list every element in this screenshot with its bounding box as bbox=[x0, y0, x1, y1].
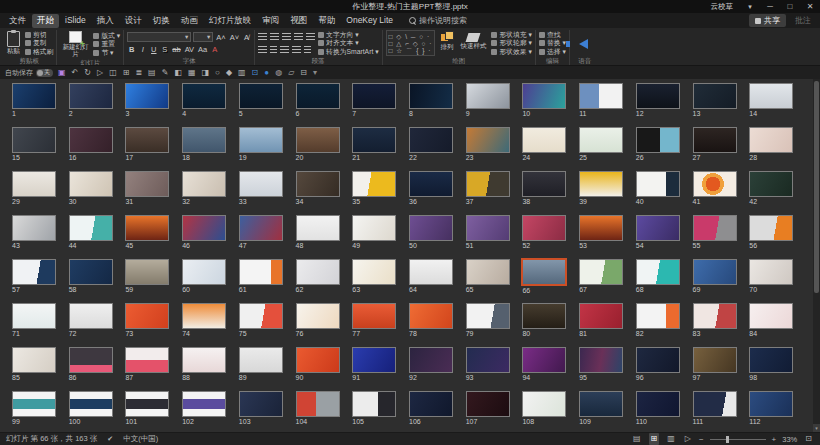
slide-thumbnail[interactable] bbox=[182, 303, 226, 329]
line-spacing-icon[interactable] bbox=[306, 33, 315, 40]
qat-icon[interactable]: ▱ bbox=[288, 66, 294, 80]
redo-icon[interactable]: ↻ bbox=[84, 66, 91, 80]
slide-thumbnail[interactable] bbox=[296, 259, 340, 285]
slide-thumbnail[interactable] bbox=[636, 259, 680, 285]
qat-icon[interactable]: ⊡ bbox=[252, 66, 259, 80]
slide-thumbnail[interactable] bbox=[182, 347, 226, 373]
slide-thumbnail[interactable] bbox=[522, 83, 566, 109]
slide-thumbnail[interactable] bbox=[693, 215, 737, 241]
slide-thumbnail[interactable] bbox=[409, 303, 453, 329]
slide-thumbnail[interactable] bbox=[69, 391, 113, 417]
slide-thumbnail[interactable] bbox=[521, 258, 567, 286]
slide-thumbnail[interactable] bbox=[12, 259, 56, 285]
paste-button[interactable]: 粘贴 bbox=[5, 30, 22, 56]
change-case-button[interactable]: Aa bbox=[197, 44, 208, 54]
qat-icon[interactable]: ◧ bbox=[174, 66, 182, 80]
slide-thumbnail[interactable] bbox=[125, 171, 169, 197]
slideshow-view-icon[interactable]: ▷ bbox=[683, 433, 693, 445]
slide-thumbnail[interactable] bbox=[296, 83, 340, 109]
shrink-font-button[interactable]: A˅ bbox=[229, 32, 240, 42]
ribbon-tab[interactable]: OneKey Lite bbox=[341, 14, 398, 28]
ribbon-tab[interactable]: 切换 bbox=[148, 14, 175, 28]
qat-icon[interactable]: ▥ bbox=[238, 66, 246, 80]
slide-thumbnail[interactable] bbox=[125, 347, 169, 373]
slide-thumbnail[interactable] bbox=[749, 127, 793, 153]
slide-thumbnail[interactable] bbox=[749, 259, 793, 285]
cut-button[interactable]: 剪切 bbox=[25, 31, 53, 39]
slide-thumbnail[interactable] bbox=[409, 259, 453, 285]
convert-smartart-button[interactable]: 转换为SmartArt ▾ bbox=[318, 48, 379, 56]
slide-thumbnail[interactable] bbox=[466, 171, 510, 197]
slide-thumbnail[interactable] bbox=[749, 171, 793, 197]
section-button[interactable]: 节 ▾ bbox=[93, 49, 120, 57]
comments-button[interactable]: 批注 bbox=[790, 14, 816, 27]
ribbon-tab[interactable]: 开始 bbox=[32, 14, 59, 28]
align-right-icon[interactable] bbox=[280, 46, 289, 53]
slide-thumbnail[interactable] bbox=[182, 171, 226, 197]
ribbon-tab[interactable]: 视图 bbox=[285, 14, 312, 28]
autosave-toggle[interactable]: 自动保存 关 bbox=[5, 68, 53, 78]
slide-thumbnail[interactable] bbox=[579, 215, 623, 241]
align-center-icon[interactable] bbox=[270, 46, 277, 53]
ribbon-tab[interactable]: 幻灯片放映 bbox=[204, 14, 257, 28]
slide-thumbnail[interactable] bbox=[409, 215, 453, 241]
slide-thumbnail[interactable] bbox=[636, 83, 680, 109]
qat-icon[interactable]: ◍ bbox=[275, 66, 282, 80]
ribbon-tab[interactable]: 审阅 bbox=[257, 14, 284, 28]
slide-thumbnail[interactable] bbox=[125, 127, 169, 153]
slide-thumbnail[interactable] bbox=[466, 127, 510, 153]
grow-font-button[interactable]: A˄ bbox=[215, 32, 226, 42]
slide-thumbnail[interactable] bbox=[466, 303, 510, 329]
zoom-in-button[interactable]: + bbox=[772, 435, 777, 444]
fit-to-window-icon[interactable]: ⊡ bbox=[803, 433, 814, 445]
new-slide-button[interactable]: 新建幻灯片 bbox=[60, 30, 90, 58]
slide-thumbnail[interactable] bbox=[352, 83, 396, 109]
slide-thumbnail[interactable] bbox=[69, 215, 113, 241]
qat-icon[interactable]: ◨ bbox=[201, 66, 209, 80]
qat-icon[interactable]: ● bbox=[264, 66, 269, 80]
strikethrough-button[interactable]: ab bbox=[171, 44, 181, 54]
quick-styles-button[interactable]: 快速样式 bbox=[458, 30, 488, 56]
slide-thumbnail[interactable] bbox=[125, 391, 169, 417]
font-name-combobox[interactable]: ▾ bbox=[127, 32, 191, 42]
close-button[interactable]: ✕ bbox=[800, 0, 820, 13]
qat-icon[interactable]: ○ bbox=[215, 66, 220, 80]
maximize-button[interactable]: □ bbox=[780, 0, 800, 13]
character-spacing-button[interactable]: AV bbox=[184, 44, 195, 54]
bold-button[interactable]: B bbox=[127, 44, 136, 54]
slide-thumbnail[interactable] bbox=[579, 347, 623, 373]
ribbon-tab[interactable]: 动画 bbox=[176, 14, 203, 28]
underline-button[interactable]: U bbox=[149, 44, 158, 54]
slide-thumbnail[interactable] bbox=[182, 83, 226, 109]
ribbon-display-options-icon[interactable]: ▾ bbox=[740, 0, 760, 13]
slide-thumbnail[interactable] bbox=[693, 347, 737, 373]
copy-button[interactable]: 复制 bbox=[25, 39, 53, 47]
slide-thumbnail[interactable] bbox=[749, 391, 793, 417]
text-direction-button[interactable]: 文字方向 ▾ bbox=[318, 31, 379, 39]
ribbon-tab[interactable]: 帮助 bbox=[313, 14, 340, 28]
autosave-switch[interactable]: 关 bbox=[36, 69, 53, 77]
zoom-level[interactable]: 33% bbox=[782, 435, 797, 444]
normal-view-icon[interactable]: ▤ bbox=[631, 433, 643, 445]
zoom-slider-knob[interactable] bbox=[726, 436, 729, 443]
slide-thumbnail[interactable] bbox=[69, 83, 113, 109]
slide-thumbnail[interactable] bbox=[352, 259, 396, 285]
slide-thumbnail[interactable] bbox=[352, 215, 396, 241]
reset-button[interactable]: 重置 bbox=[93, 40, 120, 48]
slide-thumbnail[interactable] bbox=[579, 259, 623, 285]
justify-icon[interactable] bbox=[292, 46, 301, 53]
slide-thumbnail[interactable] bbox=[693, 83, 737, 109]
slide-thumbnail[interactable] bbox=[466, 259, 510, 285]
slide-thumbnail[interactable] bbox=[296, 215, 340, 241]
select-button[interactable]: 选择 ▾ bbox=[539, 48, 566, 56]
slide-thumbnail[interactable] bbox=[749, 303, 793, 329]
clear-formatting-button[interactable]: A̸ bbox=[242, 32, 251, 42]
slide-thumbnail[interactable] bbox=[239, 83, 283, 109]
slide-thumbnail[interactable] bbox=[522, 171, 566, 197]
slide-thumbnail[interactable] bbox=[12, 127, 56, 153]
slide-thumbnail[interactable] bbox=[636, 391, 680, 417]
ribbon-tab[interactable]: 插入 bbox=[92, 14, 119, 28]
slide-thumbnail[interactable] bbox=[749, 347, 793, 373]
slide-thumbnail[interactable] bbox=[636, 215, 680, 241]
slide-thumbnail[interactable] bbox=[182, 127, 226, 153]
